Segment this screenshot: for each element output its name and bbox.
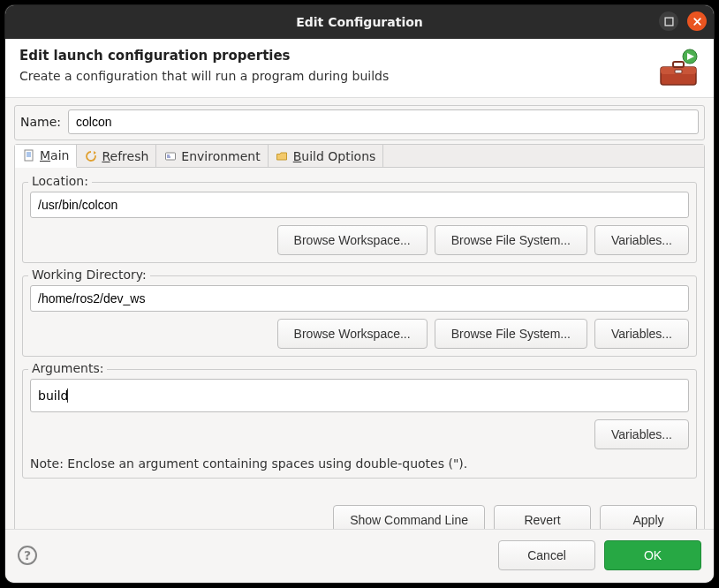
help-button[interactable]: ?: [18, 546, 37, 565]
tabs-container: Main Refresh Environment: [14, 144, 705, 529]
arguments-group: Arguments: build Variables... Note: Encl…: [22, 369, 697, 479]
location-group: Location: Browse Workspace... Browse Fil…: [22, 182, 697, 263]
location-browse-workspace-button[interactable]: Browse Workspace...: [277, 225, 428, 255]
working-directory-group: Working Directory: Browse Workspace... B…: [22, 275, 697, 357]
location-input[interactable]: [30, 192, 689, 218]
name-row: Name:: [14, 105, 705, 140]
text-caret: [67, 388, 68, 403]
workingdir-browse-filesystem-button[interactable]: Browse File System...: [435, 319, 587, 349]
maximize-button[interactable]: [659, 11, 678, 31]
tab-refresh-label: Refresh: [102, 149, 148, 163]
location-label: Location:: [28, 174, 92, 188]
dialog-content: Name: Main Refresh: [5, 98, 714, 529]
document-icon: [22, 149, 35, 162]
titlebar: Edit Configuration: [5, 5, 714, 39]
svg-rect-6: [675, 70, 682, 73]
workingdir-browse-workspace-button[interactable]: Browse Workspace...: [277, 319, 428, 349]
header-title: Edit launch configuration properties: [19, 48, 389, 64]
environment-icon: [163, 149, 177, 162]
dialog-footer: ? Cancel OK: [5, 529, 714, 583]
location-variables-button[interactable]: Variables...: [594, 225, 689, 255]
working-directory-label: Working Directory:: [28, 268, 150, 282]
close-button[interactable]: [687, 11, 707, 31]
tab-main-panel: Location: Browse Workspace... Browse Fil…: [15, 168, 704, 500]
ok-button[interactable]: OK: [604, 540, 701, 570]
svg-rect-0: [665, 18, 673, 26]
dialog-header: Edit launch configuration properties Cre…: [5, 39, 714, 98]
svg-rect-5: [673, 62, 684, 67]
arguments-note: Note: Enclose an argument containing spa…: [30, 456, 689, 471]
name-input[interactable]: [68, 109, 699, 134]
svg-marker-8: [94, 151, 96, 155]
arguments-variables-button[interactable]: Variables...: [594, 419, 689, 449]
svg-rect-9: [165, 153, 175, 160]
tab-strip: Main Refresh Environment: [15, 145, 704, 168]
tab-refresh[interactable]: Refresh: [77, 145, 156, 167]
arguments-label: Arguments:: [28, 361, 107, 375]
window-title: Edit Configuration: [296, 15, 423, 29]
folder-icon: [276, 149, 289, 162]
run-toolbox-icon: [657, 48, 700, 90]
header-description: Create a configuration that will run a p…: [19, 69, 389, 83]
tab-main[interactable]: Main: [15, 145, 77, 168]
arguments-input[interactable]: build: [30, 379, 689, 412]
arguments-value-text: build: [38, 388, 68, 403]
apply-button[interactable]: Apply: [600, 505, 697, 529]
refresh-icon: [84, 149, 97, 162]
tab-environment[interactable]: Environment: [156, 145, 268, 167]
svg-rect-7: [25, 150, 33, 161]
action-button-row: Show Command Line Revert Apply: [15, 500, 704, 529]
show-command-line-button[interactable]: Show Command Line: [333, 505, 485, 529]
tab-environment-label: Environment: [181, 149, 260, 163]
name-label: Name:: [20, 115, 61, 129]
working-directory-input[interactable]: [30, 285, 689, 312]
tab-build-options[interactable]: Build Options: [269, 145, 384, 167]
tab-build-options-label: Build Options: [293, 149, 376, 163]
dialog-window: Edit Configuration Edit launch configura…: [5, 5, 714, 583]
cancel-button[interactable]: Cancel: [498, 540, 595, 570]
revert-button[interactable]: Revert: [494, 505, 591, 529]
workingdir-variables-button[interactable]: Variables...: [594, 319, 689, 349]
tab-main-label: Main: [40, 148, 69, 162]
location-browse-filesystem-button[interactable]: Browse File System...: [435, 225, 587, 255]
window-controls: [659, 11, 707, 31]
